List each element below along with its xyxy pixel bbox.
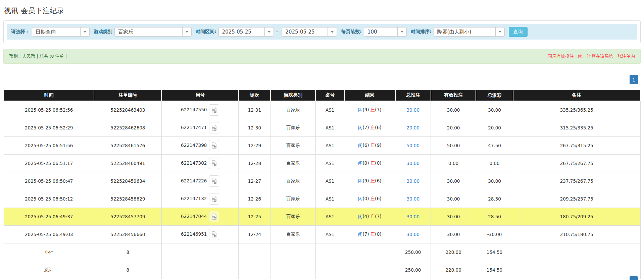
- banker-result: 庄: [370, 214, 375, 219]
- table-no-cell: AS1: [315, 172, 344, 190]
- result-cell: 闲(9) 庄(6): [344, 172, 395, 190]
- result-cell: 闲(9) 庄(7): [344, 101, 395, 119]
- payout-cell: 20.00: [476, 119, 513, 136]
- session-cell: 12-28: [239, 154, 270, 172]
- header-cell: 局号: [161, 90, 239, 101]
- page-1-button[interactable]: 1: [630, 75, 638, 84]
- result-cell: 闲(0) 庄(6): [344, 190, 395, 208]
- total-bet-cell: 50.00: [395, 136, 431, 154]
- query-type-select[interactable]: 日期查询: [32, 27, 90, 37]
- total-bet-link[interactable]: 30.00: [406, 178, 419, 184]
- table-row: 2025-05-25 06:50:12 522528458629 6221471…: [4, 190, 640, 208]
- game-type-cell: 百家乐: [270, 225, 316, 243]
- video-replay-icon[interactable]: [209, 211, 219, 222]
- player-result: 闲: [358, 143, 363, 148]
- bet-id-cell: 522528458629: [94, 190, 161, 208]
- video-replay-icon[interactable]: [209, 175, 219, 187]
- round-id-cell: 622147226: [161, 172, 239, 190]
- total-bet-link[interactable]: 30.00: [406, 107, 419, 113]
- page-1-button[interactable]: 1: [630, 276, 638, 280]
- table-row: 2025-05-25 06:51:17 522528460491 6221473…: [4, 154, 640, 172]
- summary-remark-cell: [513, 261, 641, 279]
- total-bet-cell: 30.00: [395, 208, 431, 225]
- session-cell: 12-30: [239, 119, 270, 136]
- time-cell: 2025-05-25 06:52:56: [4, 101, 94, 119]
- header-cell: 有效投注: [431, 90, 476, 101]
- table-body: 2025-05-25 06:52:56 522528463403 6221475…: [4, 101, 640, 243]
- summary-valid-bet-cell: 220.00: [431, 243, 476, 261]
- round-id-cell: 622146951: [161, 225, 239, 243]
- video-replay-icon[interactable]: [209, 193, 219, 205]
- total-bet-cell: 30.00: [395, 154, 431, 172]
- per-page-select[interactable]: 100: [364, 27, 407, 37]
- table-row: 2025-05-25 06:49:03 522528456660 6221469…: [4, 225, 640, 243]
- bet-id-cell: 522528461576: [94, 136, 161, 154]
- chevron-down-icon: [264, 27, 274, 36]
- round-id-cell: 622147471: [161, 119, 239, 136]
- total-bet-link[interactable]: 30.00: [406, 196, 419, 202]
- player-result: 闲: [358, 107, 363, 112]
- total-bet-link[interactable]: 30.00: [406, 232, 419, 237]
- game-type-select[interactable]: 百家乐: [114, 27, 192, 37]
- valid-bet-cell: 20.00: [431, 119, 476, 136]
- valid-bet-cell: 30.00: [431, 101, 476, 119]
- payout-cell: 47.50: [476, 136, 513, 154]
- video-replay-icon[interactable]: [209, 104, 219, 116]
- total-bet-link[interactable]: 30.00: [406, 161, 419, 166]
- bet-id-cell: 522528460491: [94, 154, 161, 172]
- table-no-cell: AS1: [315, 119, 344, 136]
- bet-id-cell: 522528459634: [94, 172, 161, 190]
- banker-result: 庄: [370, 143, 375, 148]
- table-no-cell: AS1: [315, 225, 344, 243]
- game-type-cell: 百家乐: [270, 190, 316, 208]
- date-to-select[interactable]: 2025-05-25: [282, 27, 337, 37]
- video-replay-icon[interactable]: [209, 229, 219, 240]
- summary-payout-cell: 154.50: [476, 261, 513, 279]
- pagination-bottom: 1: [630, 276, 638, 280]
- session-cell: 12-26: [239, 190, 270, 208]
- round-id-cell: 622147132: [161, 190, 239, 208]
- time-sort-select[interactable]: 降幂(由大到小): [434, 27, 505, 37]
- summary-row: 总计 8 250.00 220.00 154.50: [4, 261, 640, 279]
- summary-total-bet-cell: 250.00: [395, 261, 431, 279]
- result-cell: 闲(4) 庄(7): [344, 208, 395, 225]
- total-bet-cell: 30.00: [395, 172, 431, 190]
- chevron-down-icon: [182, 27, 191, 36]
- round-id-cell: 622147302: [161, 154, 239, 172]
- filter-panel: 请选择： 日期查询 游戏类别 百家乐 时间区间: 2025-05-25 ~ 20…: [3, 20, 641, 43]
- video-replay-icon[interactable]: [209, 122, 219, 133]
- banker-result: 庄: [370, 125, 375, 130]
- query-type-label: 请选择：: [11, 29, 30, 35]
- total-bet-link[interactable]: 20.00: [406, 125, 419, 130]
- player-result: 闲: [358, 178, 363, 183]
- total-bet-cell: 20.00: [395, 119, 431, 136]
- header-cell: 游戏类别: [270, 90, 316, 101]
- result-cell: 闲(7) 庄(0): [344, 225, 395, 243]
- summary-count-cell: 8: [94, 261, 161, 279]
- total-bet-link[interactable]: 50.00: [406, 143, 419, 148]
- video-replay-icon[interactable]: [209, 158, 219, 169]
- query-type-value: 日期查询: [32, 29, 80, 35]
- table-header-row: 时间注单编号局号场次游戏类别桌号结果总投注有效投注总派彩备注: [4, 90, 640, 101]
- video-replay-icon[interactable]: [209, 140, 219, 151]
- banker-result: 庄: [370, 160, 375, 166]
- search-button[interactable]: 查询: [509, 27, 528, 37]
- date-from-value: 2025-05-25: [219, 29, 264, 35]
- game-type-cell: 百家乐: [270, 101, 316, 119]
- bet-id-cell: 522528463403: [94, 101, 161, 119]
- session-cell: 12-31: [239, 101, 270, 119]
- date-from-select[interactable]: 2025-05-25: [218, 27, 274, 37]
- summary-label-cell: 小计: [4, 243, 94, 261]
- table-row: 2025-05-25 06:50:47 522528459634 6221472…: [4, 172, 640, 190]
- summary-row: 小计 8 250.00 220.00 154.50: [4, 243, 640, 261]
- valid-bet-cell: 50.00: [431, 136, 476, 154]
- payout-cell: 0.00: [476, 154, 513, 172]
- result-cell: 闲(7) 庄(6): [344, 119, 395, 136]
- player-result: 闲: [358, 125, 363, 130]
- player-result: 闲: [358, 231, 363, 237]
- total-bet-link[interactable]: 30.00: [406, 214, 419, 219]
- player-result: 闲: [358, 214, 363, 219]
- valid-bet-cell: 30.00: [431, 172, 476, 190]
- valid-bet-cell: 30.00: [431, 225, 476, 243]
- payout-cell: 30.00: [476, 101, 513, 119]
